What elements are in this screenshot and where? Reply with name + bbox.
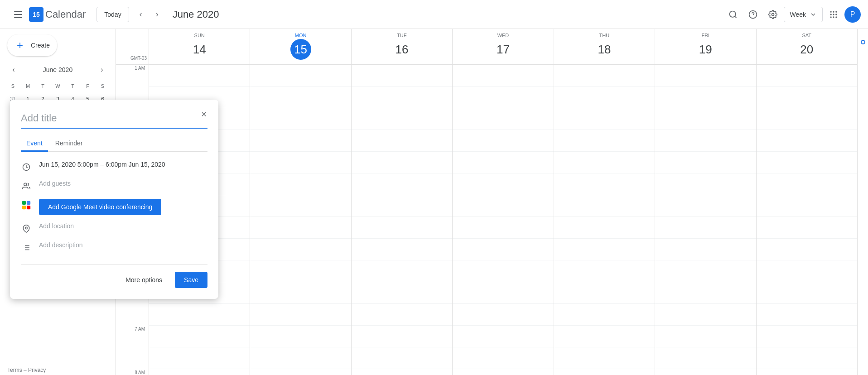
location-row: Add location xyxy=(21,222,207,234)
more-options-button[interactable]: More options xyxy=(118,272,169,288)
datetime-row: Jun 15, 2020 5:00pm – 6:00pm Jun 15, 202… xyxy=(21,161,207,173)
clock-icon xyxy=(21,162,32,173)
location-field[interactable]: Add location xyxy=(39,222,207,230)
description-placeholder[interactable]: Add description xyxy=(39,241,83,249)
tab-reminder[interactable]: Reminder xyxy=(50,136,88,152)
description-row: Add description xyxy=(21,241,207,253)
guests-field[interactable]: Add guests xyxy=(39,180,207,187)
guests-placeholder[interactable]: Add guests xyxy=(39,180,71,187)
meet-row: Add Google Meet video conferencing xyxy=(21,199,207,215)
add-meet-button[interactable]: Add Google Meet video conferencing xyxy=(39,199,161,215)
event-creation-dialog: × Event Reminder Jun 15, 2020 5:00pm – 6… xyxy=(10,100,218,299)
datetime-field[interactable]: Jun 15, 2020 5:00pm – 6:00pm Jun 15, 202… xyxy=(39,161,207,168)
tab-event[interactable]: Event xyxy=(21,136,48,152)
dialog-close-button[interactable]: × xyxy=(197,107,211,121)
svg-point-20 xyxy=(25,227,28,229)
meet-icon xyxy=(21,200,31,210)
datetime-text[interactable]: Jun 15, 2020 5:00pm – 6:00pm Jun 15, 202… xyxy=(39,161,165,168)
dialog-footer: More options Save xyxy=(21,264,207,288)
svg-point-15 xyxy=(24,183,27,186)
svg-rect-18 xyxy=(22,206,26,209)
svg-rect-19 xyxy=(27,206,30,209)
event-title-input[interactable] xyxy=(21,111,207,129)
description-icon xyxy=(21,242,32,253)
location-placeholder[interactable]: Add location xyxy=(39,222,74,230)
event-tabs: Event Reminder xyxy=(21,136,207,152)
guests-icon xyxy=(21,181,32,192)
dialog-overlay: × Event Reminder Jun 15, 2020 5:00pm – 6… xyxy=(0,0,868,375)
svg-rect-16 xyxy=(22,201,26,205)
svg-rect-17 xyxy=(27,201,30,205)
save-button[interactable]: Save xyxy=(175,272,207,288)
meet-icon-container xyxy=(21,200,32,211)
location-icon xyxy=(21,223,32,234)
meet-field: Add Google Meet video conferencing xyxy=(39,199,207,215)
description-field[interactable]: Add description xyxy=(39,241,207,249)
guests-row: Add guests xyxy=(21,180,207,192)
